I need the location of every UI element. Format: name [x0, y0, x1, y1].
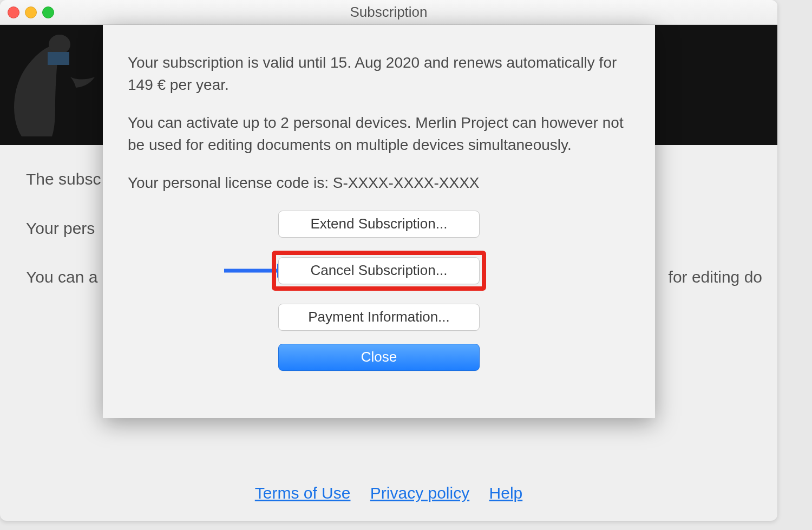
cancel-subscription-highlight: Cancel Subscription... [272, 251, 486, 291]
main-window: Subscription The subsc Your pers You can… [0, 0, 777, 521]
subscription-sheet: Your subscription is valid until 15. Aug… [103, 25, 655, 418]
privacy-policy-link[interactable]: Privacy policy [370, 484, 469, 502]
subscription-validity-text: Your subscription is valid until 15. Aug… [128, 52, 630, 96]
window-title: Subscription [350, 4, 427, 21]
license-code-text: Your personal license code is: S-XXXX-XX… [128, 172, 630, 194]
footer-links: Terms of Use Privacy policy Help [0, 484, 777, 502]
titlebar: Subscription [0, 0, 777, 25]
svg-rect-1 [48, 52, 69, 65]
device-activation-text: You can activate up to 2 personal device… [128, 112, 630, 156]
terms-of-use-link[interactable]: Terms of Use [255, 484, 351, 502]
maximize-window-button[interactable] [42, 6, 54, 18]
svg-point-0 [49, 35, 70, 54]
cancel-subscription-button[interactable]: Cancel Subscription... [278, 257, 480, 284]
help-link[interactable]: Help [489, 484, 523, 502]
bg-text-3a: You can a [26, 265, 97, 290]
payment-information-button[interactable]: Payment Information... [278, 304, 480, 331]
app-icon [5, 28, 108, 144]
button-stack: Extend Subscription... Cancel Subscripti… [128, 211, 630, 371]
extend-subscription-button[interactable]: Extend Subscription... [278, 211, 480, 238]
traffic-lights [8, 6, 54, 18]
minimize-window-button[interactable] [25, 6, 37, 18]
bg-text-3b: for editing do [669, 265, 762, 290]
close-button[interactable]: Close [278, 344, 480, 371]
close-window-button[interactable] [8, 6, 19, 18]
